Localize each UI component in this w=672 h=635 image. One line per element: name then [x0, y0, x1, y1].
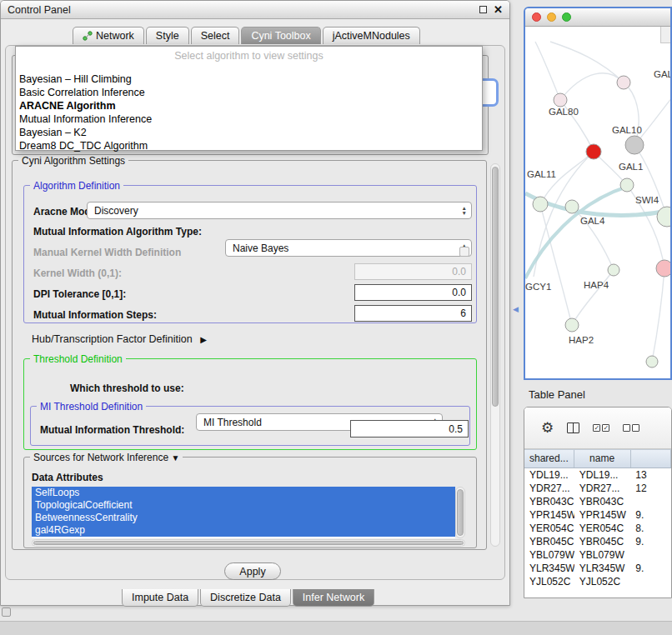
network-node[interactable] — [586, 144, 601, 159]
table-cell — [630, 548, 671, 562]
mi-threshold-field[interactable]: 0.5 — [350, 420, 469, 438]
table-cell: YDR27... — [574, 482, 631, 495]
settings-scrollbar[interactable] — [490, 163, 500, 547]
attributes-list-scrollbar-thumb[interactable] — [457, 489, 464, 536]
tab-select[interactable]: Select — [191, 27, 240, 44]
table-row[interactable]: YBL079WYBL079W — [524, 548, 671, 562]
table-cell: YBR045C — [524, 535, 574, 548]
control-panel-tabs: NetworkStyleSelectCyni ToolboxjActiveMNo… — [73, 26, 422, 44]
float-window-icon[interactable] — [479, 6, 487, 13]
algorithm-option[interactable]: Dream8 DC_TDC Algorithm — [16, 139, 482, 152]
kernel-width-field[interactable]: 0.0 — [354, 263, 472, 280]
table-row[interactable]: YBR045CYBR045C9. — [524, 535, 671, 548]
deselect-all-icon[interactable] — [623, 424, 639, 432]
collapse-arrow-icon[interactable]: ▼ — [171, 453, 179, 462]
gear-icon[interactable]: ⚙ — [541, 421, 554, 435]
mi-type-combo[interactable]: Naive Bayes ▲▼ — [225, 239, 472, 257]
table-cell: 13 — [630, 468, 671, 482]
attribute-list-item[interactable]: SelfLoops — [32, 487, 455, 499]
algorithm-option[interactable]: Bayesian – Hill Climbing — [16, 72, 482, 86]
hub-section-toggle[interactable]: Hub/Transcription Factor Definition ▶ — [32, 333, 207, 345]
algorithm-option[interactable]: Basic Correlation Inference — [16, 86, 482, 99]
network-node[interactable] — [657, 207, 672, 227]
tab-label: Discretize Data — [210, 592, 281, 603]
tab-cyni-toolbox[interactable]: Cyni Toolbox — [241, 27, 320, 44]
sources-legend[interactable]: Sources for Network Inference ▼ — [30, 452, 183, 463]
table-cell: YBL079W — [574, 548, 631, 562]
network-node[interactable] — [646, 356, 658, 368]
network-canvas[interactable]: GALGAL80GAL10GAL11GAL1SWI4GAL4GCY1HAP4HA… — [525, 27, 670, 378]
apply-button[interactable]: Apply — [224, 562, 281, 580]
tab-label: Infer Network — [303, 592, 364, 603]
algorithm-option[interactable]: ARACNE Algorithm — [16, 99, 482, 112]
dpi-tolerance-label: DPI Tolerance [0,1]: — [33, 288, 126, 300]
control-panel-titlebar[interactable]: Control Panel ✕ — [1, 1, 509, 19]
tab-discretize-data[interactable]: Discretize Data — [200, 589, 291, 607]
network-node[interactable] — [656, 260, 672, 277]
table-row[interactable]: YDR27...YDR27...12 — [524, 482, 671, 495]
attributes-list-hscrollbar-thumb[interactable] — [33, 541, 464, 545]
attributes-list-hscrollbar[interactable] — [32, 539, 465, 547]
network-node[interactable] — [565, 318, 579, 332]
algorithm-option[interactable]: Bayesian – K2 — [16, 126, 482, 139]
tab-impute-data[interactable]: Impute Data — [122, 589, 198, 607]
close-traffic-light-icon[interactable] — [532, 12, 541, 22]
network-icon — [83, 31, 93, 41]
network-node[interactable] — [617, 76, 630, 89]
sources-legend-text: Sources for Network Inference — [33, 452, 168, 463]
attribute-list-item[interactable]: TopologicalCoefficient — [32, 499, 455, 512]
select-all-icon[interactable]: ✓✓ — [593, 424, 609, 432]
table-row[interactable]: YJL052CYJL052C — [524, 575, 671, 588]
minimize-traffic-light-icon[interactable] — [547, 12, 556, 22]
panel-splitter-arrow-icon[interactable]: ◀ — [513, 305, 519, 313]
attributes-list-scrollbar[interactable] — [455, 487, 465, 538]
attribute-list-item[interactable]: gal4RGexp — [32, 524, 455, 537]
table-row[interactable]: YPR145WYPR145W9. — [524, 508, 671, 522]
table-column-header[interactable]: name — [574, 450, 631, 468]
mi-type-label: Mutual Information Algorithm Type: — [33, 226, 202, 238]
tab-infer-network[interactable]: Infer Network — [293, 589, 374, 607]
network-node-label: HAP2 — [569, 335, 594, 345]
data-attributes-list[interactable]: SelfLoopsTopologicalCoefficientBetweenne… — [32, 487, 455, 538]
network-node[interactable] — [625, 136, 644, 154]
network-node-label: GAL11 — [527, 169, 556, 179]
table-cell: 9. — [630, 562, 671, 575]
panel-dock-icon[interactable] — [2, 608, 11, 617]
table-row[interactable]: YER054CYER054C8. — [524, 522, 671, 535]
algorithm-option[interactable]: Mutual Information Inference — [16, 112, 482, 126]
table-row[interactable]: YLR345WYLR345W9. — [524, 562, 671, 575]
network-node[interactable] — [554, 93, 567, 107]
network-node[interactable] — [533, 197, 548, 212]
table-row[interactable]: YDL19...YDL19...13 — [524, 468, 671, 482]
table-cell: YDL19... — [574, 468, 631, 482]
zoom-traffic-light-icon[interactable] — [562, 12, 571, 22]
table-header[interactable]: shared...name — [524, 449, 671, 468]
table-cell: YPR145W — [574, 508, 631, 522]
control-panel-bottom-tabs: Impute DataDiscretize DataInfer Network — [122, 589, 376, 607]
table-cell: YBR043C — [524, 495, 574, 508]
aracne-mode-combo[interactable]: Discovery ▲▼ — [87, 202, 472, 219]
table-cell: 8. — [630, 522, 671, 535]
network-node[interactable] — [565, 200, 579, 213]
settings-scrollbar-thumb[interactable] — [492, 167, 499, 407]
network-node[interactable] — [620, 178, 634, 192]
expand-arrow-icon[interactable]: ▶ — [200, 335, 207, 344]
table-cell: YDL19... — [524, 468, 574, 482]
network-view-window: GALGAL80GAL10GAL11GAL1SWI4GAL4GCY1HAP4HA… — [524, 7, 672, 380]
manual-kernel-checkbox[interactable] — [459, 247, 469, 257]
network-window-titlebar[interactable] — [525, 8, 670, 27]
network-node[interactable] — [608, 264, 619, 276]
close-icon[interactable]: ✕ — [494, 6, 503, 14]
table-row[interactable]: YBR043CYBR043C — [524, 495, 671, 508]
dpi-tolerance-field[interactable]: 0.0 — [354, 284, 472, 301]
canvas-scrollbar[interactable] — [660, 27, 670, 43]
table-column-header[interactable]: shared... — [524, 450, 574, 468]
tab-network[interactable]: Network — [73, 27, 144, 44]
tab-jactivemnodules[interactable]: jActiveMNodules — [323, 27, 420, 44]
network-node-label: GAL — [654, 69, 672, 79]
table-column-header[interactable] — [631, 450, 671, 468]
attribute-list-item[interactable]: BetweennessCentrality — [32, 512, 455, 524]
tab-style[interactable]: Style — [146, 27, 189, 44]
columns-icon[interactable] — [567, 422, 579, 433]
mi-steps-field[interactable]: 6 — [354, 305, 472, 322]
